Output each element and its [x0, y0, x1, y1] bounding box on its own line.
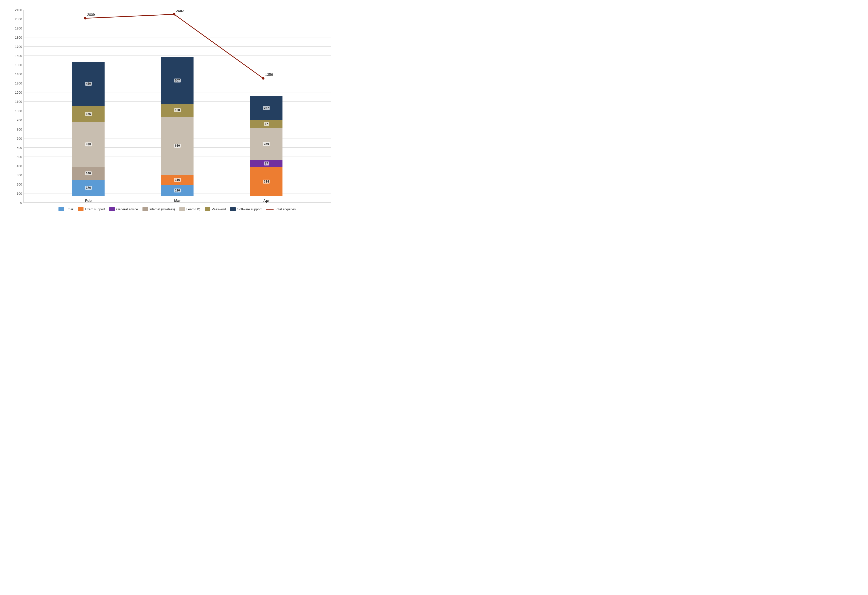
bars-container: 176140488175480Feb116116630138507Mar3147… [24, 10, 331, 203]
y-axis-label-800: 800 [16, 127, 22, 131]
bar-segment-learnUQ: 350 [250, 128, 282, 160]
y-axis-label-1900: 1900 [15, 27, 22, 30]
x-axis-label-mar: Mar [174, 199, 181, 203]
y-axis-label-1000: 1000 [15, 109, 22, 113]
bar-segment-password: 87 [250, 120, 282, 128]
y-axis-label-600: 600 [16, 146, 22, 149]
bar-label-learnUQ: 630 [174, 144, 181, 148]
bar-label-softwareSupport: 480 [85, 82, 92, 86]
bar-segment-learnUQ: 488 [72, 122, 105, 167]
bar-label-learnUQ: 488 [85, 143, 92, 146]
bar-label-examSupport: 116 [174, 178, 181, 182]
legend-item-email: Email [59, 207, 74, 211]
legend-swatch-learnUQ [179, 207, 185, 211]
chart-area: 0100200300400500600700800900100011001200… [24, 10, 331, 203]
bar-label-learnUQ: 350 [263, 142, 270, 146]
bar-segment-learnUQ: 630 [161, 117, 193, 175]
bar-label-password: 87 [264, 122, 269, 126]
legend-label-email: Email [65, 207, 74, 211]
legend-line-swatch [266, 209, 273, 209]
legend-label-learnUQ: Learn.UQ [186, 207, 200, 211]
y-axis-label-1700: 1700 [15, 45, 22, 49]
legend-swatch-generalAdvice [109, 207, 115, 211]
y-axis-label-300: 300 [16, 173, 22, 177]
legend-label-examSupport: Exam support [85, 207, 105, 211]
legend-label-softwareSupport: Software support [237, 207, 261, 211]
y-axis-label-1200: 1200 [15, 91, 22, 94]
y-axis-label-1600: 1600 [15, 54, 22, 58]
y-axis-label-1800: 1800 [15, 36, 22, 40]
bar-label-softwareSupport: 257 [263, 106, 270, 110]
legend-swatch-softwareSupport [230, 207, 236, 211]
legend-item-password: Password [205, 207, 226, 211]
bar-segment-internetWireless: 140 [72, 167, 105, 180]
y-axis-label-1400: 1400 [15, 72, 22, 76]
bar-segment-softwareSupport: 480 [72, 62, 105, 106]
bar-label-softwareSupport: 507 [174, 78, 181, 82]
bar-segment-password: 175 [72, 106, 105, 122]
bar-group-feb: 176140488175480Feb [72, 62, 105, 203]
legend-label-generalAdvice: General advice [116, 207, 138, 211]
bar-label-password: 175 [85, 112, 92, 116]
y-axis-label-1300: 1300 [15, 81, 22, 85]
bar-segment-email: 176 [72, 180, 105, 196]
bar-segment-softwareSupport: 507 [161, 57, 193, 104]
legend-swatch-password [205, 207, 210, 211]
bar-segment-examSupport: 314 [250, 167, 282, 196]
y-axis-label-400: 400 [16, 164, 22, 168]
legend-item-examSupport: Exam support [78, 207, 105, 211]
legend-label-internetWireless: Internet (wireless) [149, 207, 175, 211]
chart-wrapper: 0100200300400500600700800900100011001200… [6, 5, 341, 233]
y-axis-label-700: 700 [16, 137, 22, 140]
bar-group-apr: 3147735087257Apr [250, 96, 282, 203]
legend-item-generalAdvice: General advice [109, 207, 138, 211]
bar-label-generalAdvice: 77 [264, 162, 269, 165]
legend-item-totalEnquiries: Total enquiries [266, 207, 296, 211]
legend-swatch-email [59, 207, 64, 211]
legend-item-softwareSupport: Software support [230, 207, 261, 211]
y-axis-label-1100: 1100 [15, 100, 22, 103]
bar-label-internetWireless: 140 [85, 171, 92, 175]
y-axis-label-200: 200 [16, 182, 22, 186]
legend-swatch-examSupport [78, 207, 84, 211]
bar-segment-examSupport: 116 [161, 175, 193, 185]
bar-label-email: 176 [85, 186, 92, 190]
bar-segment-softwareSupport: 257 [250, 96, 282, 120]
y-axis-label-2100: 2100 [15, 8, 22, 12]
y-axis-label-900: 900 [16, 118, 22, 122]
y-axis-label-2000: 2000 [15, 17, 22, 21]
bar-segment-password: 138 [161, 104, 193, 117]
bar-label-email: 116 [174, 189, 181, 193]
legend-item-learnUQ: Learn.UQ [179, 207, 200, 211]
x-axis-label-apr: Apr [263, 199, 270, 203]
y-axis-label-100: 100 [16, 191, 22, 195]
bar-label-examSupport: 314 [263, 180, 270, 184]
legend-label-totalEnquiries: Total enquiries [275, 207, 296, 211]
x-axis-label-feb: Feb [85, 199, 92, 203]
bar-segment-generalAdvice: 77 [250, 160, 282, 167]
bar-segment-email: 116 [161, 185, 193, 196]
chart-legend: EmailExam supportGeneral adviceInternet … [24, 207, 331, 211]
bar-group-mar: 116116630138507Mar [161, 57, 193, 203]
y-axis-label-0: 0 [20, 201, 22, 205]
y-axis-label-1500: 1500 [15, 63, 22, 67]
y-axis-label-500: 500 [16, 155, 22, 159]
bar-label-password: 138 [174, 108, 181, 112]
legend-swatch-internetWireless [142, 207, 148, 211]
legend-item-internetWireless: Internet (wireless) [142, 207, 175, 211]
legend-label-password: Password [212, 207, 226, 211]
